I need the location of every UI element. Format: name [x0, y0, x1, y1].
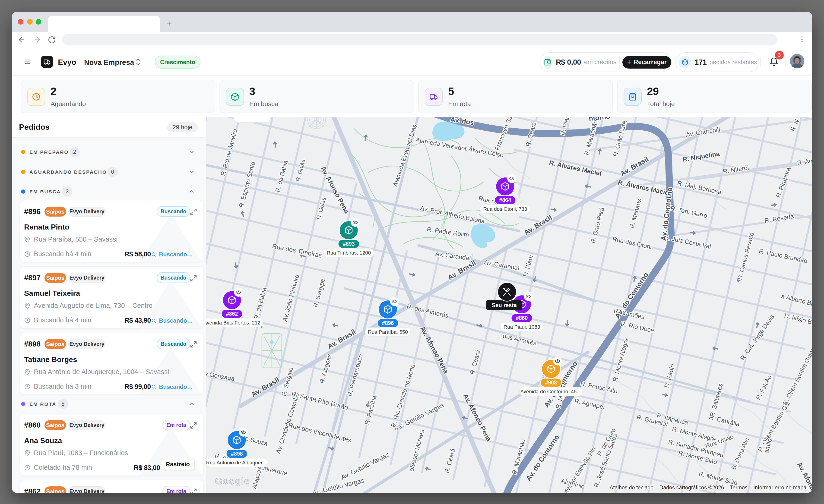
svg-text:#862: #862	[226, 311, 238, 317]
svg-text:#864: #864	[499, 197, 511, 203]
svg-text:Avenida Bias Fortes, 212: Avenida Bias Fortes, 212	[206, 320, 261, 326]
svg-text:#908: #908	[545, 380, 557, 386]
svg-text:Google: Google	[215, 476, 250, 486]
svg-text:#860: #860	[516, 315, 528, 321]
svg-text:Seu resta: Seu resta	[492, 302, 517, 308]
svg-text:#896: #896	[382, 320, 394, 326]
svg-text:Rua dos Otoni, 733: Rua dos Otoni, 733	[483, 206, 527, 212]
svg-text:Rua Timbiras, 1200: Rua Timbiras, 1200	[327, 250, 371, 256]
svg-text:#893: #893	[343, 241, 354, 247]
svg-text:#898: #898	[231, 451, 242, 457]
svg-text:Avenida do Contorno, 45…: Avenida do Contorno, 45…	[520, 389, 582, 394]
svg-text:Rua Antônio de Albuquer…: Rua Antônio de Albuquer…	[206, 460, 268, 466]
svg-text:Rua Piauí, 1083: Rua Piauí, 1083	[504, 324, 540, 330]
svg-text:Rua Paraíba, 550: Rua Paraíba, 550	[368, 329, 408, 335]
svg-text:Atalhos do teclado Dados ca: Atalhos do teclado Dados cartográficos ©…	[610, 485, 806, 491]
